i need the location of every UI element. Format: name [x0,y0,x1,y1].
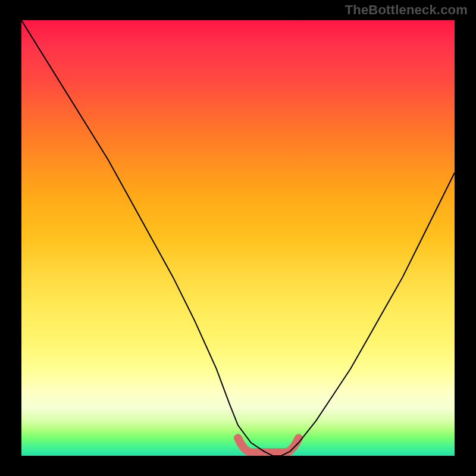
chart-svg [21,20,455,456]
plot-area [21,20,455,456]
bottleneck-curve [21,20,455,456]
optimal-range-band [238,438,299,452]
watermark-text: TheBottleneck.com [345,2,468,18]
chart-frame: TheBottleneck.com [0,0,476,476]
